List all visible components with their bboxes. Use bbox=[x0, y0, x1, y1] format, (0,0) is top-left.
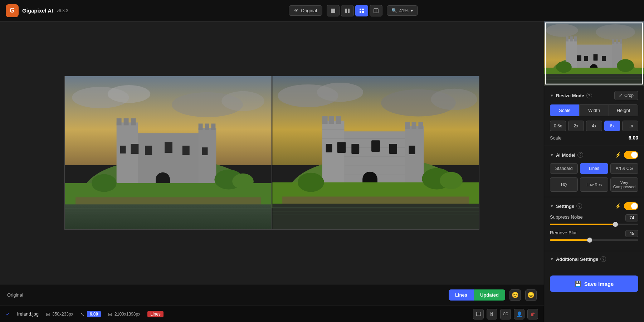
svg-rect-91 bbox=[577, 55, 581, 61]
scale-2x-button[interactable]: 2x bbox=[568, 121, 584, 131]
svg-rect-65 bbox=[389, 144, 397, 154]
svg-rect-3 bbox=[360, 9, 361, 10]
art-cg-model-button[interactable]: Art & CG bbox=[610, 163, 638, 174]
thumbs-up-button[interactable]: 😊 bbox=[509, 289, 521, 301]
film-strip-button[interactable]: 🎞 bbox=[473, 309, 484, 319]
bottom-center-controls: Lines Updated 😊 😞 bbox=[449, 289, 537, 301]
resize-title-group: ▼ Resize Mode ? bbox=[550, 93, 592, 98]
lightning-icon: ⚡ bbox=[615, 152, 621, 158]
cc-button[interactable]: CC bbox=[500, 309, 511, 319]
scale-mode-button[interactable]: Scale bbox=[550, 104, 579, 116]
height-mode-button[interactable]: Height bbox=[609, 104, 638, 116]
lines-model-button[interactable]: Lines bbox=[580, 163, 608, 174]
scale-value-row: Scale 6.00 bbox=[550, 135, 638, 141]
lines-label: Lines bbox=[449, 289, 474, 301]
resize-help-button[interactable]: ? bbox=[586, 93, 592, 98]
scale-icon: ⤡ bbox=[80, 311, 85, 317]
additional-settings-chevron-icon: ▼ bbox=[550, 257, 554, 261]
settings-chevron-icon: ▼ bbox=[550, 204, 554, 208]
enhanced-castle-image bbox=[272, 76, 479, 229]
save-icon: 💾 bbox=[575, 280, 581, 287]
settings-help-button[interactable]: ? bbox=[576, 203, 582, 209]
ai-model-chevron-icon: ▼ bbox=[550, 153, 554, 157]
svg-point-42 bbox=[317, 83, 363, 102]
svg-point-72 bbox=[440, 172, 463, 189]
image-comparison bbox=[0, 21, 544, 284]
original-image-panel bbox=[65, 76, 272, 229]
audio-button[interactable]: 🎚 bbox=[487, 309, 497, 319]
scale-mode-group: Scale Width Height bbox=[550, 104, 638, 116]
crop-icon: ⤢ bbox=[619, 93, 623, 98]
svg-rect-27 bbox=[182, 146, 190, 155]
canvas-area: Original Lines Updated 😊 😞 ✓ ireland.jpg… bbox=[0, 21, 544, 322]
remove-blur-label: Remove Blur bbox=[550, 230, 577, 237]
original-dimensions: ⊞ 350x233px bbox=[46, 311, 73, 317]
svg-rect-38 bbox=[65, 211, 271, 211]
very-compressed-quality-button[interactable]: Very Compressed bbox=[610, 177, 638, 192]
lines-updated-button[interactable]: Lines Updated bbox=[449, 289, 505, 301]
scale-badge-group: ⤡ 6.00 bbox=[80, 311, 101, 317]
zoom-button[interactable]: 🔍 41% ▾ bbox=[387, 5, 418, 16]
suppress-noise-slider[interactable] bbox=[550, 224, 638, 225]
svg-point-97 bbox=[556, 61, 572, 73]
svg-rect-92 bbox=[584, 56, 588, 61]
svg-point-98 bbox=[617, 59, 634, 72]
additional-settings-title: Additional Settings bbox=[556, 257, 598, 262]
ai-model-toggle-track[interactable] bbox=[624, 151, 638, 159]
thumbnail-image bbox=[544, 21, 644, 86]
updated-label: Updated bbox=[474, 289, 505, 301]
suppress-noise-thumb[interactable] bbox=[613, 222, 618, 227]
additional-settings-help-button[interactable]: ? bbox=[600, 256, 606, 262]
thumbs-down-button[interactable]: 😞 bbox=[525, 289, 537, 301]
right-sidebar: ▼ Resize Mode ? ⤢ Crop Scale Width Heigh… bbox=[544, 21, 644, 322]
view-grid-btn[interactable] bbox=[355, 5, 368, 16]
svg-rect-23 bbox=[211, 123, 215, 130]
original-label: Original bbox=[7, 292, 449, 298]
ai-model-toggle[interactable]: ⚡ bbox=[615, 151, 638, 159]
width-mode-button[interactable]: Width bbox=[579, 104, 609, 116]
scale-badge: 6.00 bbox=[87, 311, 101, 317]
svg-rect-39 bbox=[65, 214, 271, 214]
settings-title: Settings bbox=[556, 204, 574, 209]
scale-custom-button[interactable]: ...x bbox=[622, 121, 638, 131]
svg-rect-6 bbox=[362, 11, 364, 13]
view-split-v-btn[interactable] bbox=[341, 5, 354, 16]
ai-model-help-button[interactable]: ? bbox=[577, 152, 583, 158]
original-button[interactable]: 👁 Original bbox=[289, 5, 322, 16]
person-button[interactable]: 👤 bbox=[514, 309, 525, 319]
hq-quality-button[interactable]: HQ bbox=[550, 177, 578, 192]
original-castle-image bbox=[65, 76, 272, 229]
app-header: G Gigapixel AI v6.3.3 👁 Original 🔍 41% bbox=[0, 0, 644, 21]
remove-blur-slider[interactable] bbox=[550, 239, 638, 241]
svg-rect-5 bbox=[360, 11, 361, 13]
low-res-quality-button[interactable]: Low Res bbox=[580, 177, 608, 192]
view-single-btn[interactable] bbox=[327, 5, 340, 16]
svg-rect-85 bbox=[566, 36, 569, 42]
svg-rect-16 bbox=[117, 122, 138, 194]
svg-rect-2 bbox=[348, 9, 350, 13]
svg-rect-75 bbox=[272, 207, 479, 208]
view-compare-btn[interactable] bbox=[370, 5, 382, 16]
scale-label: Scale bbox=[550, 135, 562, 141]
svg-rect-26 bbox=[165, 142, 172, 153]
eye-icon: 👁 bbox=[294, 8, 299, 13]
toggle-thumb bbox=[631, 152, 638, 158]
scale-0-5x-button[interactable]: 0.5x bbox=[550, 121, 566, 131]
settings-section: ▼ Settings ? ⚡ Suppress Noise 74 bbox=[544, 197, 644, 251]
crop-button[interactable]: ⤢ Crop bbox=[614, 91, 638, 100]
svg-rect-93 bbox=[594, 54, 598, 60]
file-check-icon: ✓ bbox=[6, 311, 10, 317]
suppress-noise-row: Suppress Noise 74 bbox=[550, 214, 638, 225]
svg-point-13 bbox=[221, 91, 264, 111]
settings-toggle[interactable]: ⚡ bbox=[615, 202, 638, 210]
scale-4x-button[interactable]: 4x bbox=[586, 121, 602, 131]
svg-rect-66 bbox=[326, 144, 332, 152]
additional-settings-header: ▼ Additional Settings ? bbox=[550, 256, 638, 262]
remove-blur-thumb[interactable] bbox=[587, 238, 592, 243]
scale-6x-button[interactable]: 6x bbox=[604, 121, 620, 131]
settings-toggle-track[interactable] bbox=[624, 202, 638, 210]
save-image-button[interactable]: 💾 Save Image bbox=[550, 275, 638, 292]
delete-button[interactable]: 🗑 bbox=[527, 309, 538, 319]
remove-blur-fill bbox=[550, 239, 590, 241]
standard-model-button[interactable]: Standard bbox=[550, 163, 578, 174]
